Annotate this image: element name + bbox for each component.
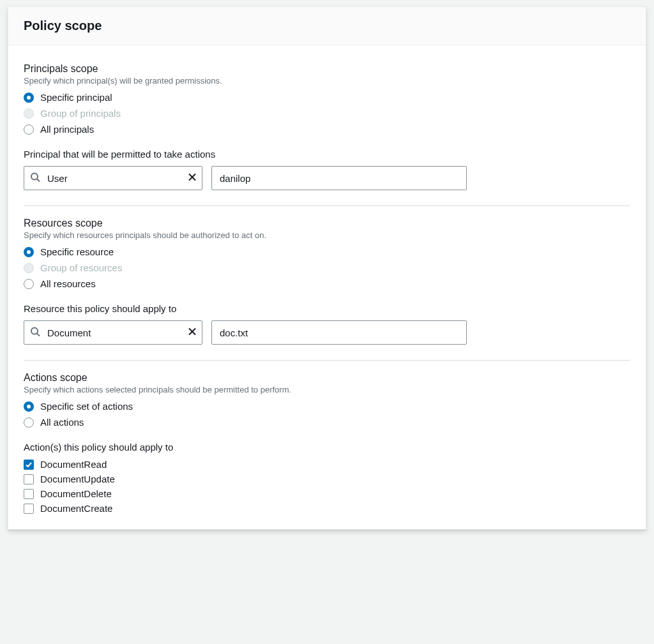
principals-title: Principals scope [24,63,630,75]
page-title: Policy scope [24,19,630,33]
radio-icon [24,93,34,103]
radio-label: All actions [40,417,84,428]
resource-type-input-wrapper [24,320,202,345]
radio-label: Specific set of actions [40,401,133,412]
radio-specific-principal[interactable]: Specific principal [24,92,630,103]
checkbox-icon [24,474,34,484]
policy-scope-card: Policy scope Principals scope Specify wh… [8,6,646,530]
radio-label: Specific resource [40,246,114,257]
close-icon[interactable] [187,327,197,339]
checkbox-label: DocumentCreate [40,503,112,514]
radio-specific-resource[interactable]: Specific resource [24,246,630,257]
resource-name-input[interactable] [211,320,467,345]
card-body: Principals scope Specify which principal… [8,45,646,529]
actions-field-label: Action(s) this policy should apply to [24,442,630,453]
card-header: Policy scope [8,7,646,45]
actions-section: Actions scope Specify which actions sele… [24,361,630,514]
radio-group-of-principals: Group of principals [24,108,630,119]
checkbox-label: DocumentDelete [40,488,112,499]
radio-icon [24,417,34,428]
radio-label: All resources [40,278,96,289]
radio-icon [24,124,34,135]
radio-label: Group of principals [40,108,121,119]
resources-desc: Specify which resources principals shoul… [24,230,630,240]
checkbox-icon [24,504,34,514]
resources-radio-group: Specific resource Group of resources All… [24,246,630,289]
actions-radio-group: Specific set of actions All actions [24,401,630,428]
principal-input-row [24,166,630,190]
principal-type-input[interactable] [24,166,202,190]
actions-desc: Specify which actions selected principal… [24,385,630,394]
close-icon[interactable] [187,172,197,184]
radio-all-principals[interactable]: All principals [24,124,630,135]
checkbox-icon [24,460,34,470]
principals-radio-group: Specific principal Group of principals A… [24,92,630,135]
radio-specific-actions[interactable]: Specific set of actions [24,401,630,412]
checkbox-documentcreate[interactable]: DocumentCreate [24,503,630,514]
principal-name-input[interactable] [211,166,467,190]
resources-title: Resources scope [24,218,630,229]
checkbox-label: DocumentRead [40,459,107,470]
radio-all-resources[interactable]: All resources [24,278,630,289]
radio-icon [24,109,34,119]
actions-title: Actions scope [24,372,630,384]
principals-desc: Specify which principal(s) will be grant… [24,76,630,86]
checkbox-documentread[interactable]: DocumentRead [24,459,630,470]
radio-icon [24,247,34,257]
radio-label: Group of resources [40,262,122,273]
radio-icon [24,263,34,273]
principal-field-label: Principal that will be permitted to take… [24,149,630,160]
radio-icon [24,279,34,289]
checkbox-icon [24,489,34,499]
resource-type-input[interactable] [24,320,202,345]
radio-label: Specific principal [40,92,112,103]
checkbox-documentupdate[interactable]: DocumentUpdate [24,474,630,484]
checkbox-documentdelete[interactable]: DocumentDelete [24,488,630,499]
resource-input-row [24,320,630,345]
actions-checkbox-group: DocumentRead DocumentUpdate DocumentDele… [24,459,630,514]
resources-section: Resources scope Specify which resources … [24,206,630,361]
principal-type-input-wrapper [24,166,202,190]
radio-icon [24,401,34,412]
radio-all-actions[interactable]: All actions [24,417,630,428]
radio-group-of-resources: Group of resources [24,262,630,273]
resource-field-label: Resource this policy should apply to [24,303,630,314]
radio-label: All principals [40,124,94,135]
checkbox-label: DocumentUpdate [40,474,115,484]
principals-section: Principals scope Specify which principal… [24,52,630,206]
